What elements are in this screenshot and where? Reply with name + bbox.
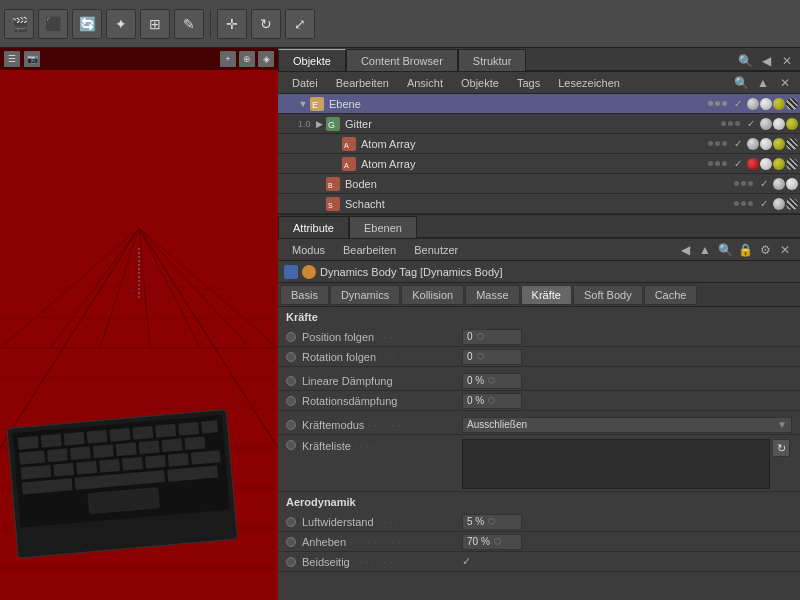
prop-input-lw[interactable]: 5 % ⬡: [462, 514, 522, 530]
obj-dots: [708, 161, 727, 166]
obj-name-gitter: Gitter: [342, 118, 719, 130]
prop-select-km[interactable]: Ausschließen ▼: [462, 417, 792, 433]
shape-icon[interactable]: ✦: [106, 9, 136, 39]
obj-row-ebene[interactable]: ▼ E Ebene ✓: [278, 94, 800, 114]
tab-softbody[interactable]: Soft Body: [573, 285, 643, 305]
menu-tags[interactable]: Tags: [509, 75, 548, 91]
tab-kraefte[interactable]: Kräfte: [521, 285, 572, 305]
attr-arrow-left-icon[interactable]: ◀: [676, 241, 694, 259]
array-icon[interactable]: ⊞: [140, 9, 170, 39]
boden-icon: B: [326, 177, 340, 191]
obj-check[interactable]: ✓: [757, 178, 771, 189]
search-icon[interactable]: 🔍: [736, 52, 754, 70]
tab-content-browser[interactable]: Content Browser: [346, 49, 458, 71]
arrow-up-icon[interactable]: ▲: [754, 74, 772, 92]
prop-indicator[interactable]: [286, 420, 296, 430]
prop-indicator[interactable]: [286, 517, 296, 527]
tab-cache[interactable]: Cache: [644, 285, 698, 305]
view-icon-1[interactable]: +: [220, 51, 236, 67]
prop-input-anh[interactable]: 70 % ⬡: [462, 534, 522, 550]
close-panel-icon[interactable]: ✕: [778, 52, 796, 70]
svg-rect-23: [64, 432, 85, 446]
prop-indicator[interactable]: [286, 537, 296, 547]
obj-check[interactable]: ✓: [744, 118, 758, 129]
kraefteliste-area[interactable]: [462, 439, 770, 489]
obj-check[interactable]: ✓: [757, 198, 771, 209]
3d-viewport[interactable]: ☰ 📷 + ⊕ ◈: [0, 48, 278, 600]
prop-kraefteliste-row: Kräfteliste · · · · · · ↻: [278, 435, 800, 492]
attr-search-icon[interactable]: 🔍: [716, 241, 734, 259]
prop-indicator[interactable]: [286, 352, 296, 362]
prop-input-pos[interactable]: 0 ⬡: [462, 329, 522, 345]
prop-indicator[interactable]: [286, 440, 296, 450]
prop-indicator[interactable]: [286, 332, 296, 342]
spinner-arrows-rotdamp[interactable]: ⬡: [488, 396, 495, 405]
menu-objekte[interactable]: Objekte: [453, 75, 507, 91]
tab-basis[interactable]: Basis: [280, 285, 329, 305]
view-icon-3[interactable]: ◈: [258, 51, 274, 67]
rotate-icon[interactable]: ↻: [251, 9, 281, 39]
menu-ansicht[interactable]: Ansicht: [399, 75, 451, 91]
search-obj-icon[interactable]: 🔍: [732, 74, 750, 92]
obj-row-boden[interactable]: B Boden ✓: [278, 174, 800, 194]
scale-icon[interactable]: ⤢: [285, 9, 315, 39]
spinner-arrows-lin[interactable]: ⬡: [488, 376, 495, 385]
attr-menu-icons: ◀ ▲ 🔍 🔒 ⚙ ✕: [676, 241, 794, 259]
attr-menu-modus[interactable]: Modus: [284, 242, 333, 258]
tab-kollision[interactable]: Kollision: [401, 285, 464, 305]
prop-indicator[interactable]: [286, 376, 296, 386]
tab-ebenen[interactable]: Ebenen: [349, 216, 417, 238]
prop-input-lin[interactable]: 0 % ⬡: [462, 373, 522, 389]
attr-menu-benutzer[interactable]: Benutzer: [406, 242, 466, 258]
prop-input-rotdamp[interactable]: 0 % ⬡: [462, 393, 522, 409]
close-obj-icon[interactable]: ✕: [776, 74, 794, 92]
main-layout: ☰ 📷 + ⊕ ◈ Objekte Content Browser Strukt…: [0, 48, 800, 600]
pen-icon[interactable]: ✎: [174, 9, 204, 39]
tab-attribute[interactable]: Attribute: [278, 216, 349, 238]
menu-datei[interactable]: Datei: [284, 75, 326, 91]
attr-menu-bearbeiten[interactable]: Bearbeiten: [335, 242, 404, 258]
film-icon[interactable]: 🎬: [4, 9, 34, 39]
spinner-arrows-pos[interactable]: ⬡: [477, 332, 484, 341]
obj-check[interactable]: ✓: [731, 138, 745, 149]
dropdown-arrow-km[interactable]: ▼: [777, 419, 787, 430]
obj-row-atom2[interactable]: A Atom Array ✓: [278, 154, 800, 174]
attr-arrow-up-icon[interactable]: ▲: [696, 241, 714, 259]
tab-dynamics[interactable]: Dynamics: [330, 285, 400, 305]
expand-icon[interactable]: ▶: [314, 119, 324, 129]
spinner-arrows-lw[interactable]: ⬡: [488, 517, 495, 526]
camera-icon[interactable]: 📷: [24, 51, 40, 67]
prop-indicator[interactable]: [286, 396, 296, 406]
view-icon-2[interactable]: ⊕: [239, 51, 255, 67]
menu-lesezeichen[interactable]: Lesezeichen: [550, 75, 628, 91]
obj-row-atom1[interactable]: A Atom Array ✓: [278, 134, 800, 154]
attr-lock-icon[interactable]: 🔒: [736, 241, 754, 259]
spinner-arrows-anh[interactable]: ⬡: [494, 537, 501, 546]
loop-icon[interactable]: 🔄: [72, 9, 102, 39]
tab-struktur[interactable]: Struktur: [458, 49, 527, 71]
obj-check[interactable]: ✓: [731, 158, 745, 169]
prop-check-beid[interactable]: ✓: [462, 555, 471, 568]
move-icon[interactable]: ✛: [217, 9, 247, 39]
menu-bearbeiten[interactable]: Bearbeiten: [328, 75, 397, 91]
prop-anheben: Anheben · · · · · · · · · · 70 % ⬡: [278, 532, 800, 552]
arrow-left-icon[interactable]: ◀: [757, 52, 775, 70]
prop-indicator[interactable]: [286, 557, 296, 567]
expand-icon[interactable]: ▼: [298, 99, 308, 109]
viewport-menu-icon[interactable]: ☰: [4, 51, 20, 67]
obj-check[interactable]: ✓: [731, 98, 745, 109]
attr-close-icon[interactable]: ✕: [776, 241, 794, 259]
top-toolbar: 🎬 ⬛ 🔄 ✦ ⊞ ✎ ✛ ↻ ⤢: [0, 0, 800, 48]
tab-objekte[interactable]: Objekte: [278, 49, 346, 71]
obj-row-gitter[interactable]: 1.0 ▶ G Gitter ✓: [278, 114, 800, 134]
spinner-arrows-rot[interactable]: ⬡: [477, 352, 484, 361]
separator-1: [210, 10, 211, 38]
obj-row-schacht[interactable]: S Schacht ✓: [278, 194, 800, 214]
attr-settings-icon[interactable]: ⚙: [756, 241, 774, 259]
prop-input-rot[interactable]: 0 ⬡: [462, 349, 522, 365]
kraefteliste-refresh-btn[interactable]: ↻: [772, 439, 790, 457]
obj-balls: [747, 98, 798, 110]
tab-masse[interactable]: Masse: [465, 285, 519, 305]
svg-rect-22: [41, 434, 62, 448]
cube-icon[interactable]: ⬛: [38, 9, 68, 39]
